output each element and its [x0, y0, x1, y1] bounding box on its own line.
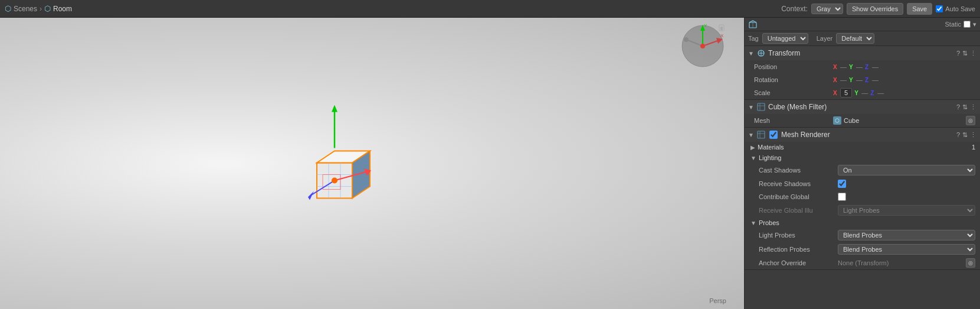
static-dropdown-icon[interactable]: ▾ — [973, 21, 976, 28]
mesh-renderer-title: Mesh Renderer — [781, 131, 954, 139]
pos-y-dash[interactable]: — — [856, 63, 863, 70]
pos-y-field: Y — — [849, 63, 863, 70]
light-probes-value: Blend Probes Off Use Proxy Volume Custom… — [838, 230, 975, 240]
contribute-global-row: Contribute Global — [745, 190, 980, 203]
mesh-renderer-menu-icon[interactable]: ⋮ — [970, 131, 976, 139]
auto-save-label: Auto Save — [945, 5, 975, 12]
receive-shadows-value — [838, 180, 975, 188]
contribute-global-checkbox[interactable] — [838, 193, 846, 201]
top-bar: ⬡ Scenes › ⬡ Room Context: Gray Show Ove… — [0, 0, 980, 18]
transform-title: Transform — [768, 49, 954, 57]
receive-global-label: Receive Global Illu — [759, 207, 835, 214]
cube-svg — [276, 103, 394, 222]
context-label: Context: — [781, 5, 808, 13]
layer-label: Layer — [817, 35, 833, 42]
svg-point-14 — [332, 177, 337, 183]
cast-shadows-select[interactable]: On Off Two Sided Shadows Only — [838, 165, 975, 175]
tag-select[interactable]: Untagged — [762, 33, 808, 44]
materials-section-header[interactable]: ▶ Materials 1 — [745, 142, 980, 152]
mesh-name: Cube — [844, 117, 859, 124]
mesh-selector-button[interactable]: ◎ — [966, 116, 975, 125]
pos-z-axis: Z — [865, 64, 871, 70]
lighting-title: Lighting — [759, 154, 782, 161]
rotation-row: Rotation X — Y — Z — — [745, 73, 980, 86]
pos-x-dash[interactable]: — — [840, 63, 847, 70]
pos-z-field: Z — — [865, 63, 879, 70]
materials-expand-icon: ▶ — [750, 144, 755, 151]
context-select[interactable]: Gray — [811, 4, 843, 14]
show-overrides-button[interactable]: Show Overrides — [847, 3, 903, 15]
cast-shadows-value: On Off Two Sided Shadows Only — [838, 165, 975, 175]
receive-shadows-checkbox[interactable] — [838, 180, 846, 188]
static-label: Static — [945, 21, 961, 28]
mesh-renderer-header-btns: ? ⇅ ⋮ — [956, 131, 976, 139]
mesh-value: ⬡ Cube ◎ — [833, 116, 975, 125]
scale-x-value[interactable]: 5 — [840, 88, 852, 97]
rot-z-dash[interactable]: — — [872, 76, 879, 83]
svg-point-24 — [700, 44, 705, 48]
inspector-cube-icon — [748, 19, 758, 29]
save-button[interactable]: Save — [907, 3, 932, 15]
pos-x-axis: X — [833, 64, 839, 70]
inspector-panel: Static ▾ Tag Untagged Layer Default ▼ — [744, 18, 980, 309]
mesh-filter-component: ▼ Cube (Mesh Filter) ? ⇅ ⋮ Mesh — [745, 100, 980, 128]
receive-global-row: Receive Global Illu Light Probes Lightma… — [745, 203, 980, 217]
room-icon: ⬡ — [44, 4, 51, 13]
auto-save-checkbox[interactable] — [936, 5, 943, 12]
mesh-filter-menu-icon[interactable]: ⋮ — [970, 103, 976, 111]
mesh-renderer-link-icon[interactable]: ⇅ — [962, 131, 968, 139]
light-probes-select[interactable]: Blend Probes Off Use Proxy Volume Custom… — [838, 230, 975, 240]
receive-global-select[interactable]: Light Probes Lightmaps — [838, 205, 975, 216]
room-label[interactable]: Room — [53, 5, 72, 13]
mesh-renderer-header[interactable]: ▼ Mesh Renderer ? ⇅ ⋮ — [745, 128, 980, 142]
pos-z-dash[interactable]: — — [872, 63, 879, 70]
scenes-icon: ⬡ — [5, 4, 11, 13]
transform-component: ▼ Transform ? ⇅ ⋮ Position — [745, 46, 980, 100]
rot-z-axis: Z — [865, 77, 871, 83]
mesh-filter-title: Cube (Mesh Filter) — [768, 103, 954, 111]
top-bar-controls: Context: Gray Show Overrides Save Auto S… — [781, 3, 975, 15]
cast-shadows-label: Cast Shadows — [759, 167, 835, 174]
transform-menu-icon[interactable]: ⋮ — [970, 50, 976, 57]
rot-y-dash[interactable]: — — [856, 76, 863, 83]
scale-y-dash[interactable]: — — [861, 89, 868, 96]
anchor-override-row: Anchor Override None (Transform) ◎ — [745, 256, 980, 269]
rot-x-dash[interactable]: — — [840, 76, 847, 83]
reflection-probes-select[interactable]: Blend Probes Off Simple — [838, 244, 975, 255]
mesh-renderer-component: ▼ Mesh Renderer ? ⇅ ⋮ ▶ — [745, 128, 980, 270]
scale-xyz: X 5 Y — Z — — [833, 88, 975, 97]
anchor-override-selector-button[interactable]: ◎ — [966, 258, 975, 268]
static-box: Static ▾ — [945, 21, 976, 28]
scale-z-dash[interactable]: — — [877, 89, 884, 96]
mesh-filter-link-icon[interactable]: ⇅ — [962, 103, 968, 111]
transform-link-icon[interactable]: ⇅ — [962, 50, 968, 57]
layer-select[interactable]: Default — [836, 33, 874, 44]
mesh-filter-help-icon[interactable]: ? — [956, 103, 960, 111]
anchor-override-name: None (Transform) — [838, 259, 963, 266]
transform-header[interactable]: ▼ Transform ? ⇅ ⋮ — [745, 46, 980, 60]
mesh-renderer-icon — [756, 130, 766, 139]
svg-rect-32 — [758, 103, 765, 110]
pos-y-axis: Y — [849, 64, 855, 70]
svg-marker-11 — [308, 191, 314, 200]
mesh-renderer-enable-checkbox[interactable] — [769, 131, 778, 139]
scale-x-field: X 5 — [833, 88, 852, 97]
rot-y-axis: Y — [849, 77, 855, 83]
scale-label: Scale — [754, 89, 831, 96]
scale-y-axis: Y — [854, 90, 860, 96]
anchor-override-value: None (Transform) ◎ — [838, 258, 975, 268]
rot-y-field: Y — — [849, 76, 863, 83]
static-checkbox[interactable] — [963, 21, 971, 28]
scenes-label[interactable]: Scenes — [14, 5, 37, 13]
tag-layer-row: Tag Untagged Layer Default — [745, 31, 980, 46]
cast-shadows-row: Cast Shadows On Off Two Sided Shadows On… — [745, 163, 980, 177]
viewport[interactable]: Y X Persp — [0, 18, 744, 309]
mesh-filter-header[interactable]: ▼ Cube (Mesh Filter) ? ⇅ ⋮ — [745, 100, 980, 114]
scale-y-field: Y — — [854, 88, 868, 97]
mesh-renderer-help-icon[interactable]: ? — [956, 131, 960, 139]
lighting-section-header[interactable]: ▼ Lighting — [745, 152, 980, 163]
probes-section-header[interactable]: ▼ Probes — [745, 217, 980, 228]
rotation-xyz: X — Y — Z — — [833, 76, 975, 83]
transform-help-icon[interactable]: ? — [956, 50, 960, 57]
scale-z-field: Z — — [870, 88, 884, 97]
